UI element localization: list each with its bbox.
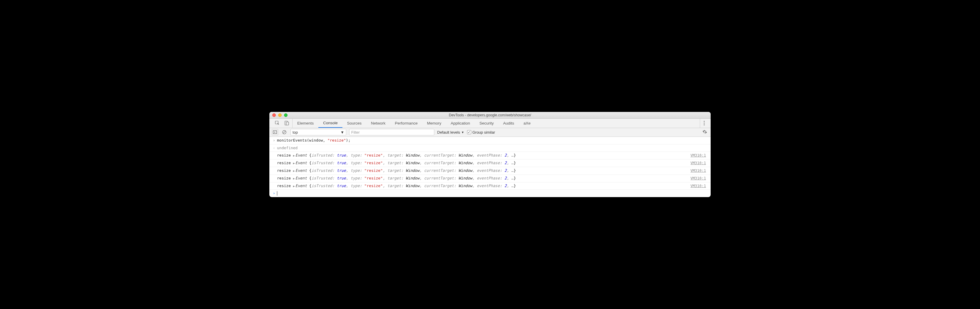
expand-icon[interactable]: ▶	[293, 169, 295, 173]
group-similar-checkbox[interactable]: ✓ Group similar	[467, 130, 495, 134]
source-link[interactable]: VM310:1	[690, 168, 706, 174]
output-chevron-icon: ‹	[271, 145, 277, 151]
expand-icon[interactable]: ▶	[293, 176, 295, 181]
console-input-row: › monitorEvents(window, "resize");	[269, 137, 711, 144]
prompt-chevron-icon: ›	[271, 191, 277, 197]
log-content[interactable]: resize ▶Event {isTrusted: true, type: "r…	[277, 175, 690, 181]
chevron-down-icon: ▼	[340, 130, 344, 134]
device-toolbar-icon[interactable]	[284, 120, 289, 126]
checkbox-icon: ✓	[467, 130, 471, 134]
result-value: undefined	[277, 145, 706, 151]
levels-label: Default levels	[437, 130, 460, 134]
log-content[interactable]: resize ▶Event {isTrusted: true, type: "r…	[277, 160, 690, 166]
tab-audits[interactable]: Audits	[498, 118, 519, 128]
tab-elements[interactable]: Elements	[293, 118, 318, 128]
tab-security[interactable]: Security	[475, 118, 498, 128]
input-code: monitorEvents(window, "resize");	[277, 138, 706, 144]
console-log-row: resize ▶Event {isTrusted: true, type: "r…	[269, 183, 711, 190]
console-result-row: ‹ undefined	[269, 144, 711, 152]
svg-line-8	[283, 131, 285, 133]
minimize-window-button[interactable]	[278, 114, 282, 117]
tab-axe[interactable]: aXe	[519, 118, 535, 128]
source-link[interactable]: VM310:1	[690, 175, 706, 181]
chevron-down-icon: ▼	[461, 131, 464, 134]
devtools-window: DevTools - developers.google.com/web/sho…	[269, 112, 711, 197]
group-similar-label: Group similar	[473, 130, 495, 134]
console-body: › monitorEvents(window, "resize"); ‹ und…	[269, 137, 711, 197]
log-content[interactable]: resize ▶Event {isTrusted: true, type: "r…	[277, 168, 690, 174]
console-log-row: resize ▶Event {isTrusted: true, type: "r…	[269, 160, 711, 167]
tab-sources[interactable]: Sources	[342, 118, 366, 128]
console-log-row: resize ▶Event {isTrusted: true, type: "r…	[269, 152, 711, 160]
expand-icon[interactable]: ▶	[293, 153, 295, 158]
tab-memory[interactable]: Memory	[422, 118, 446, 128]
tab-performance[interactable]: Performance	[390, 118, 422, 128]
tab-network[interactable]: Network	[366, 118, 390, 128]
more-options-icon[interactable]	[700, 121, 708, 125]
svg-point-5	[703, 125, 705, 125]
log-levels-select[interactable]: Default levels ▼	[437, 130, 464, 134]
source-link[interactable]: VM310:1	[690, 152, 706, 159]
log-content[interactable]: resize ▶Event {isTrusted: true, type: "r…	[277, 183, 690, 189]
tab-console[interactable]: Console	[318, 118, 342, 128]
svg-point-3	[703, 121, 705, 122]
log-content[interactable]: resize ▶Event {isTrusted: true, type: "r…	[277, 152, 690, 159]
expand-icon[interactable]: ▶	[293, 184, 295, 189]
source-link[interactable]: VM310:1	[690, 183, 706, 189]
maximize-window-button[interactable]	[284, 114, 288, 117]
panel-tabbar: ElementsConsoleSourcesNetworkPerformance…	[269, 118, 711, 128]
tab-application[interactable]: Application	[446, 118, 475, 128]
execution-context-select[interactable]: top ▼	[291, 129, 346, 135]
input-chevron-icon: ›	[271, 138, 277, 144]
filter-input[interactable]	[349, 129, 434, 135]
console-log-row: resize ▶Event {isTrusted: true, type: "r…	[269, 175, 711, 183]
console-prompt-row[interactable]: ›	[269, 190, 711, 197]
console-log-row: resize ▶Event {isTrusted: true, type: "r…	[269, 167, 711, 175]
clear-console-icon[interactable]	[281, 129, 288, 135]
source-link[interactable]: VM310:1	[690, 160, 706, 166]
inspect-element-icon[interactable]	[275, 120, 280, 126]
console-toolbar: top ▼ Default levels ▼ ✓ Group similar	[269, 128, 711, 137]
expand-icon[interactable]: ▶	[293, 161, 295, 166]
traffic-lights	[269, 114, 288, 117]
context-value: top	[293, 130, 298, 134]
settings-icon[interactable]	[701, 130, 708, 135]
prompt-input[interactable]	[277, 191, 706, 197]
window-title: DevTools - developers.google.com/web/sho…	[269, 113, 711, 117]
toggle-drawer-icon[interactable]	[272, 129, 278, 135]
titlebar: DevTools - developers.google.com/web/sho…	[269, 112, 711, 118]
svg-rect-2	[286, 122, 289, 125]
svg-point-4	[703, 123, 705, 124]
close-window-button[interactable]	[272, 114, 276, 117]
